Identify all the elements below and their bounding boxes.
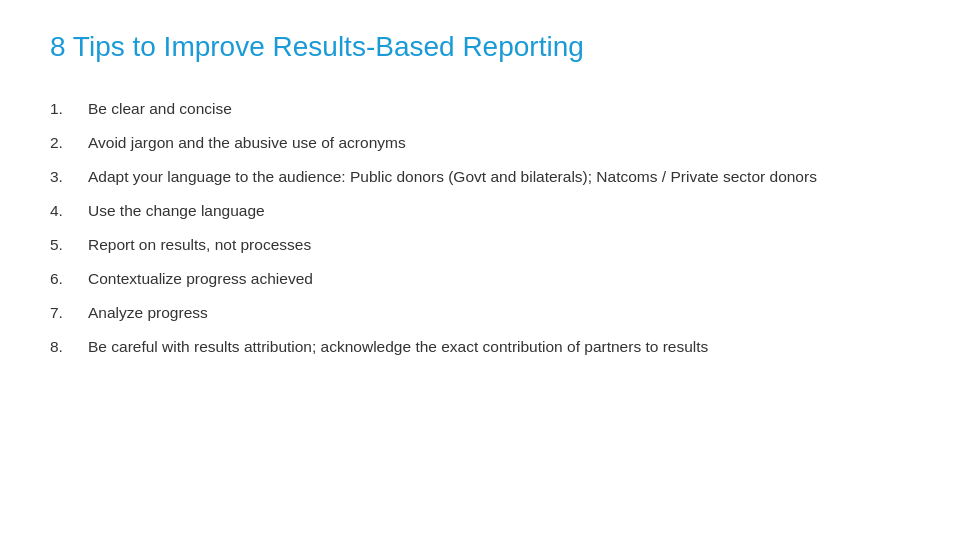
list-item: 2.Avoid jargon and the abusive use of ac… xyxy=(50,126,910,160)
list-item: 1.Be clear and concise xyxy=(50,92,910,126)
tip-number: 1. xyxy=(50,97,88,120)
tip-text: Use the change language xyxy=(88,199,910,223)
list-item: 3.Adapt your language to the audience: P… xyxy=(50,160,910,194)
tip-text: Contextualize progress achieved xyxy=(88,267,910,291)
page-title: 8 Tips to Improve Results-Based Reportin… xyxy=(50,30,910,64)
list-item: 4.Use the change language xyxy=(50,194,910,228)
tip-text: Be clear and concise xyxy=(88,97,910,121)
tip-text: Report on results, not processes xyxy=(88,233,910,257)
tip-number: 3. xyxy=(50,165,88,188)
page-container: 8 Tips to Improve Results-Based Reportin… xyxy=(0,0,960,540)
tips-list: 1.Be clear and concise2.Avoid jargon and… xyxy=(50,92,910,364)
tip-number: 5. xyxy=(50,233,88,256)
tip-number: 6. xyxy=(50,267,88,290)
tip-number: 2. xyxy=(50,131,88,154)
list-item: 7.Analyze progress xyxy=(50,296,910,330)
list-item: 5.Report on results, not processes xyxy=(50,228,910,262)
tip-text: Be careful with results attribution; ack… xyxy=(88,335,910,359)
tip-text: Analyze progress xyxy=(88,301,910,325)
tip-number: 7. xyxy=(50,301,88,324)
list-item: 8.Be careful with results attribution; a… xyxy=(50,330,910,364)
tip-number: 4. xyxy=(50,199,88,222)
tip-text: Adapt your language to the audience: Pub… xyxy=(88,165,910,189)
tip-text: Avoid jargon and the abusive use of acro… xyxy=(88,131,910,155)
list-item: 6.Contextualize progress achieved xyxy=(50,262,910,296)
tip-number: 8. xyxy=(50,335,88,358)
